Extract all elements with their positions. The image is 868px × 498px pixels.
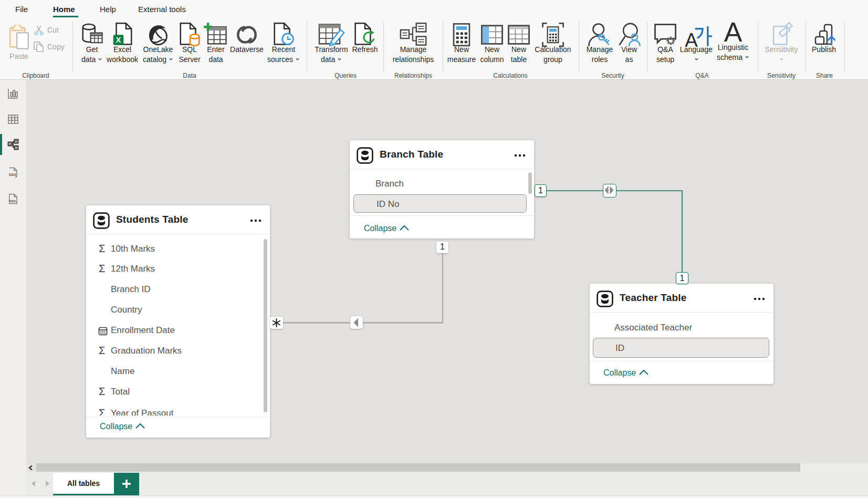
svg-text:DAX: DAX (9, 173, 16, 177)
svg-text:X: X (116, 35, 121, 44)
svg-text:TMDL: TMDL (8, 200, 17, 203)
svg-text:A: A (685, 29, 698, 48)
